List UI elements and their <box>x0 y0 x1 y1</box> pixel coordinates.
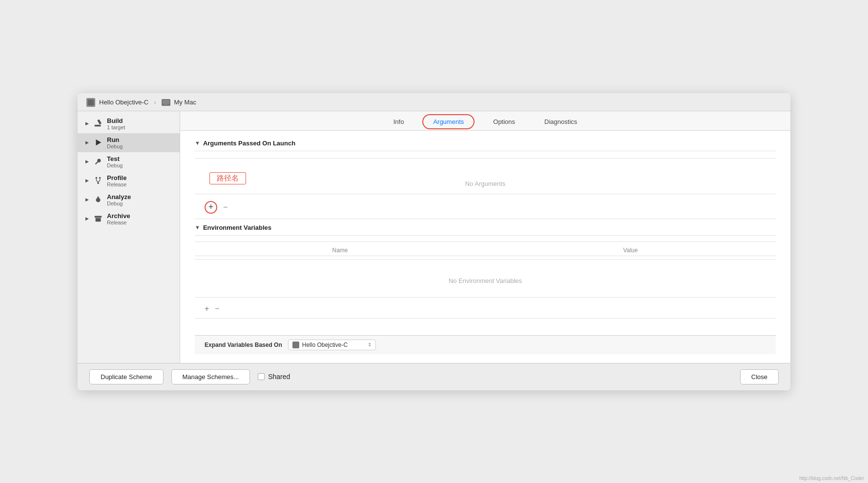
svg-rect-3 <box>95 125 101 127</box>
machine-name: My Mac <box>174 99 197 106</box>
env-section-title: Environment Variables <box>203 224 271 231</box>
env-triangle: ▼ <box>195 224 200 230</box>
title-bar: Hello Obejctive-C › My Mac <box>78 93 790 111</box>
tab-diagnostics[interactable]: Diagnostics <box>539 116 582 130</box>
manage-schemes-button[interactable]: Manage Schemes... <box>171 369 250 384</box>
env-col-name: Name <box>195 247 485 254</box>
arrow-analyze: ▶ <box>84 197 89 202</box>
svg-point-8 <box>97 182 99 184</box>
tab-options[interactable]: Options <box>488 116 520 130</box>
svg-line-11 <box>96 181 98 182</box>
args-add-remove-row: + − <box>195 197 776 216</box>
env-remove-button[interactable]: − <box>215 304 219 313</box>
svg-line-12 <box>98 181 100 182</box>
wrench-icon <box>93 157 103 166</box>
main-content: ▶ Build 1 target ▶ Run Debug <box>78 111 790 363</box>
footer-bar: Expand Variables Based On Hello Obejctiv… <box>195 335 776 354</box>
arrow-run: ▶ <box>84 140 89 145</box>
svg-marker-5 <box>96 140 102 146</box>
sidebar-item-run[interactable]: ▶ Run Debug <box>78 133 180 152</box>
no-env-text: No Environment Variables <box>195 262 776 294</box>
path-label: 路径名 <box>209 172 246 184</box>
svg-rect-15 <box>95 216 102 218</box>
content-area: ▼ Arguments Passed On Launch 路径名 No Argu… <box>180 131 790 363</box>
shared-checkbox[interactable] <box>258 373 265 380</box>
arrow-profile: ▶ <box>84 178 89 183</box>
svg-point-7 <box>99 177 101 179</box>
archive-icon <box>93 214 103 223</box>
sidebar-item-build[interactable]: ▶ Build 1 target <box>78 114 180 133</box>
env-section-header: ▼ Environment Variables <box>195 224 776 231</box>
shared-label[interactable]: Shared <box>258 373 290 381</box>
env-area: Name Value No Environment Variables + − <box>195 235 776 319</box>
tab-arguments[interactable]: Arguments <box>428 116 469 130</box>
machine-icon <box>162 99 170 106</box>
dropdown-arrow-icon: ⇕ <box>368 342 372 347</box>
sidebar: ▶ Build 1 target ▶ Run Debug <box>78 111 180 363</box>
svg-rect-0 <box>88 100 94 105</box>
args-triangle: ▼ <box>195 140 200 146</box>
fork-icon <box>93 176 103 185</box>
dropdown-project-text: Hello Obejctive-C <box>302 342 365 348</box>
right-panel: Info Arguments Options Diagnostics ▼ Arg… <box>180 111 790 363</box>
svg-rect-16 <box>96 218 101 221</box>
close-button[interactable]: Close <box>740 369 779 384</box>
args-area: 路径名 No Arguments + − <box>195 151 776 219</box>
env-table-header: Name Value <box>195 245 776 256</box>
svg-rect-4 <box>97 119 102 124</box>
bottom-bar: Duplicate Scheme Manage Schemes... Share… <box>78 363 790 390</box>
bug-icon <box>93 195 103 204</box>
svg-rect-1 <box>163 100 169 104</box>
sidebar-archive-text: Archive Release <box>107 212 130 225</box>
svg-point-13 <box>96 198 101 202</box>
env-col-value: Value <box>485 247 776 254</box>
env-add-remove-row: + − <box>195 301 776 315</box>
expand-label: Expand Variables Based On <box>205 342 282 348</box>
shared-text: Shared <box>268 373 290 381</box>
hammer-icon <box>93 119 103 128</box>
project-icon <box>86 98 95 107</box>
project-name: Hello Obejctive-C <box>99 99 148 106</box>
duplicate-scheme-button[interactable]: Duplicate Scheme <box>89 369 164 384</box>
svg-point-14 <box>97 197 99 199</box>
svg-point-6 <box>96 177 98 179</box>
sidebar-item-profile[interactable]: ▶ Profile Release <box>78 171 180 190</box>
args-add-button[interactable]: + <box>205 201 217 214</box>
svg-rect-2 <box>165 104 167 105</box>
sidebar-build-text: Build 1 target <box>107 117 125 130</box>
sidebar-item-archive[interactable]: ▶ Archive Release <box>78 209 180 228</box>
breadcrumb-sep: › <box>154 99 156 106</box>
sidebar-item-test[interactable]: ▶ Test Debug <box>78 152 180 171</box>
sidebar-run-text: Run Debug <box>107 136 123 149</box>
expand-dropdown[interactable]: Hello Obejctive-C ⇕ <box>288 340 376 350</box>
sidebar-item-analyze[interactable]: ▶ Analyze Debug <box>78 190 180 209</box>
arrow-archive: ▶ <box>84 216 89 221</box>
arguments-section-header: ▼ Arguments Passed On Launch <box>195 140 776 147</box>
no-arguments-text: No Arguments <box>465 171 505 192</box>
arrow-build: ▶ <box>84 121 89 126</box>
sidebar-analyze-text: Analyze Debug <box>107 193 131 206</box>
tab-info[interactable]: Info <box>389 116 409 130</box>
sidebar-test-text: Test Debug <box>107 155 123 168</box>
env-add-button[interactable]: + <box>205 304 209 313</box>
arrow-test: ▶ <box>84 159 89 164</box>
run-icon <box>93 138 103 147</box>
sidebar-profile-text: Profile Release <box>107 174 126 187</box>
args-section-title: Arguments Passed On Launch <box>203 140 295 147</box>
tab-bar: Info Arguments Options Diagnostics <box>180 111 790 131</box>
watermark: http://blog.csdn.net/Nb_Coder <box>799 476 864 481</box>
dropdown-project-icon <box>292 342 299 348</box>
args-remove-button[interactable]: − <box>223 203 227 212</box>
